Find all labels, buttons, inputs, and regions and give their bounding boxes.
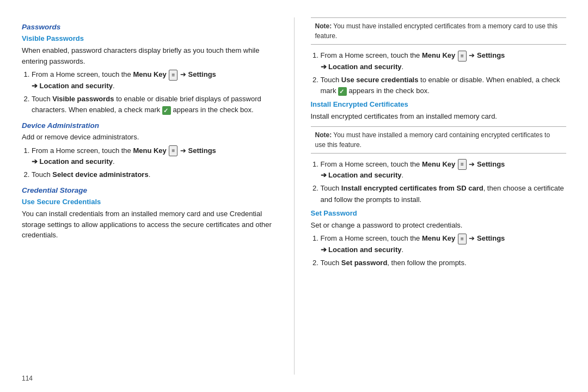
- right-column: Note: You must have installed encrypted …: [295, 17, 567, 375]
- step-1-device-admin: From a Home screen, touch the Menu Key ≡…: [32, 145, 278, 168]
- step-1-setpw: From a Home screen, touch the Menu Key ≡…: [321, 233, 567, 256]
- menu-key-label: Menu Key: [133, 70, 166, 78]
- step-2-device-admin: Touch Select device administrators.: [32, 169, 278, 181]
- step-2-install: Touch Install encrypted certificates fro…: [321, 183, 567, 206]
- settings-location-label-4: Settings➔ Location and security: [321, 160, 505, 180]
- subsection-use-secure-title: Use Secure Credentials: [22, 198, 278, 206]
- device-admin-steps: From a Home screen, touch the Menu Key ≡…: [32, 145, 278, 181]
- menu-key-label-2: Menu Key: [133, 146, 166, 155]
- left-column: Passwords Visible Passwords When enabled…: [22, 17, 295, 375]
- note-label-1: Note:: [315, 22, 332, 30]
- menu-key-icon-3: ≡: [458, 51, 467, 62]
- menu-key-label-3: Menu Key: [422, 51, 455, 59]
- section-passwords-title: Passwords: [22, 23, 278, 31]
- subsection-set-password-title: Set Password: [311, 209, 567, 217]
- visible-passwords-steps: From a Home screen, touch the Menu Key ≡…: [32, 69, 278, 116]
- section-device-admin-title: Device Administration: [22, 121, 278, 130]
- menu-key-label-4: Menu Key: [422, 160, 455, 168]
- page: Passwords Visible Passwords When enabled…: [0, 0, 588, 392]
- section-credential-storage-title: Credential Storage: [22, 186, 278, 194]
- select-device-admin-bold: Select device administrators: [52, 170, 148, 179]
- use-secure-steps: From a Home screen, touch the Menu Key ≡…: [321, 50, 567, 97]
- step-2-setpw: Touch Set password, then follow the prom…: [321, 258, 567, 269]
- checkmark-icon-2: [338, 87, 347, 96]
- visible-passwords-bold: Visible passwords: [52, 95, 114, 103]
- settings-location-label-2: Settings➔ Location and security: [32, 146, 216, 166]
- install-encrypted-description: Install encrypted certificates from an i…: [311, 111, 567, 122]
- settings-location-label-5: Settings➔ Location and security: [321, 234, 505, 254]
- visible-passwords-description: When enabled, password characters displa…: [22, 45, 278, 66]
- install-sd-card-bold: Install encrypted certificates from SD c…: [341, 184, 483, 192]
- use-secure-description: You can install credentials from an inst…: [22, 209, 278, 241]
- page-number: 114: [22, 375, 33, 382]
- step-2-use-secure: Touch Use secure credentials to enable o…: [321, 75, 567, 97]
- set-password-steps: From a Home screen, touch the Menu Key ≡…: [321, 233, 567, 268]
- menu-key-icon-2: ≡: [169, 145, 177, 156]
- menu-key-icon: ≡: [169, 70, 177, 81]
- note-text-2: You must have installed a memory card co…: [315, 131, 550, 149]
- menu-key-icon-5: ≡: [458, 234, 467, 244]
- settings-location-label-3: Settings➔ Location and security: [321, 51, 505, 71]
- menu-key-label-5: Menu Key: [422, 234, 455, 242]
- step-1-use-secure: From a Home screen, touch the Menu Key ≡…: [321, 50, 567, 73]
- subsection-install-encrypted-title: Install Encrypted Certificates: [311, 100, 567, 108]
- settings-location-label-1: Settings➔ Location and security: [32, 70, 216, 90]
- menu-key-icon-4: ≡: [458, 159, 467, 170]
- set-password-description: Set or change a password to protect cred…: [311, 220, 567, 231]
- note-box-2: Note: You must have installed a memory c…: [311, 126, 567, 154]
- note-box-1: Note: You must have installed encrypted …: [311, 17, 567, 45]
- device-admin-description: Add or remove device administrators.: [22, 132, 278, 143]
- set-password-bold: Set password: [341, 259, 388, 267]
- step-2-visible: Touch Visible passwords to enable or dis…: [32, 94, 278, 117]
- install-steps: From a Home screen, touch the Menu Key ≡…: [321, 159, 567, 206]
- step-1-visible: From a Home screen, touch the Menu Key ≡…: [32, 69, 278, 92]
- use-secure-credentials-bold: Use secure credentials: [341, 76, 419, 84]
- note-label-2: Note:: [315, 131, 332, 139]
- checkmark-icon: [162, 106, 171, 115]
- note-text-1: You must have installed encrypted certif…: [315, 22, 558, 40]
- subsection-visible-passwords-title: Visible Passwords: [22, 34, 278, 42]
- step-1-install: From a Home screen, touch the Menu Key ≡…: [321, 159, 567, 182]
